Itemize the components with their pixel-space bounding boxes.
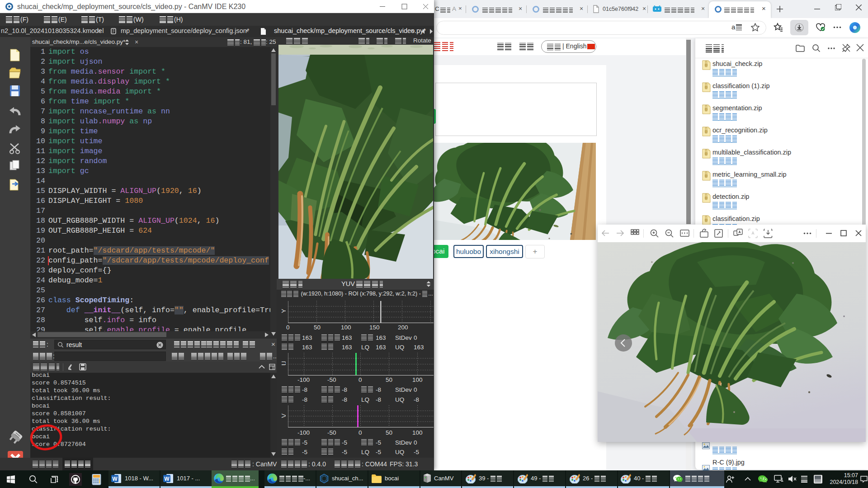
svg-text:Y: Y xyxy=(280,309,286,313)
svg-text:U: U xyxy=(280,361,286,366)
svg-text:V: V xyxy=(280,413,286,418)
